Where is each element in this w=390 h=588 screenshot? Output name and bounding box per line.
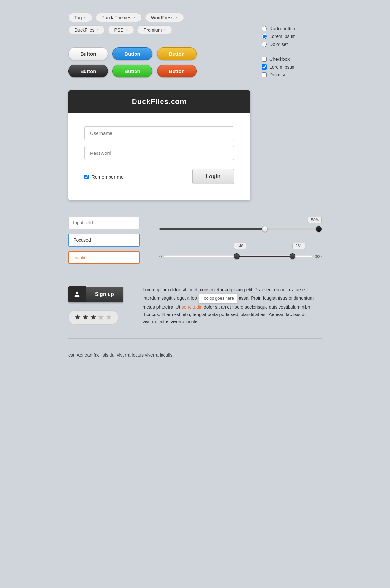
password-input[interactable] [84, 146, 234, 160]
checkbox-1[interactable] [262, 57, 267, 62]
checkbox-3[interactable] [262, 72, 267, 77]
tag-pandathemes[interactable]: PandaThemes × [96, 13, 142, 22]
star-4[interactable]: ★ [98, 313, 104, 322]
signup-text: Sign up [86, 287, 123, 302]
login-body: Remember me Login [68, 113, 250, 200]
checkbox-item-3[interactable]: Dolor set [262, 72, 296, 77]
radio-button-1[interactable] [262, 26, 267, 31]
tag-label: Premium [143, 27, 162, 33]
login-box: DuckFiles.com Remember me Login [68, 90, 250, 200]
signup-icon-part [68, 286, 86, 302]
user-icon [73, 291, 81, 298]
tag-wordpress[interactable]: WordPress × [145, 13, 184, 22]
slider-double-val2: 261 [292, 243, 305, 249]
tag-close-icon[interactable]: × [84, 15, 86, 20]
tooltip-box: Tooltip goes here [198, 293, 238, 303]
star-2[interactable]: ★ [82, 313, 89, 322]
login-title: DuckFiles.com [132, 98, 187, 106]
checkbox-item-2[interactable]: Lorem ipsum [262, 64, 296, 70]
login-button[interactable]: Login [192, 169, 234, 184]
button-blue[interactable]: Button [112, 47, 152, 60]
tag-label: DuckFiles [74, 27, 94, 33]
tag-label: PandaThemes [102, 15, 131, 20]
tag-close-icon[interactable]: × [176, 15, 178, 20]
sollicitudin-link[interactable]: sollicitudin [181, 304, 202, 310]
right-controls: Radio button Lorem ipsum Dolor set Check… [262, 26, 296, 80]
username-input[interactable] [84, 126, 234, 140]
tag-close-icon[interactable]: × [96, 28, 98, 32]
bottom-section: Sign up ★ ★ ★ ★ ★ Lorem ipsum dolor sit … [68, 286, 322, 325]
paragraph-main: Lorem ipsum dolor sit amet, consectetur … [143, 286, 322, 325]
input-fields-left [68, 217, 140, 264]
input-field-normal[interactable] [68, 217, 140, 229]
text-content: Lorem ipsum dolor sit amet, consectetur … [143, 286, 322, 325]
sliders-section: 58% 148 261 [159, 217, 322, 270]
slider-double-val1: 148 [234, 243, 246, 249]
checkbox-label-2: Lorem ipsum [269, 64, 296, 70]
slider-single-thumb[interactable] [262, 226, 268, 232]
radio-button-3[interactable] [262, 42, 267, 47]
checkbox-label-1: Checkbox [269, 57, 290, 62]
remember-me-text: Remember me [91, 174, 124, 180]
star-5[interactable]: ★ [106, 313, 112, 322]
tag-psd[interactable]: PSD × [108, 25, 134, 34]
stars-container[interactable]: ★ ★ ★ ★ ★ [68, 310, 118, 325]
slider-percent-label: 58% [308, 217, 322, 223]
bottom-paragraph: est. Aenean facilisis dui viverra lectus… [68, 352, 322, 359]
tag-close-icon[interactable]: × [133, 15, 136, 20]
checkbox-label-3: Dolor set [269, 72, 288, 77]
button-dark[interactable]: Button [68, 65, 108, 77]
slider-double-group: 148 261 0 300 [159, 243, 322, 260]
left-bottom: Sign up ★ ★ ★ ★ ★ [68, 286, 123, 325]
bottom-text: est. Aenean facilisis dui viverra lectus… [68, 352, 322, 359]
button-green[interactable]: Button [112, 65, 152, 77]
tag-duckfiles[interactable]: DuckFiles × [68, 25, 105, 34]
tag-label: WordPress [151, 15, 174, 20]
login-footer: Remember me Login [84, 169, 234, 184]
tag-close-icon[interactable]: × [163, 28, 166, 32]
radio-item-2[interactable]: Lorem ipsum [262, 34, 296, 39]
slider-max-label: 300 [315, 254, 322, 259]
tag-label: PSD [114, 27, 124, 33]
tags-row-1: Tag × PandaThemes × WordPress × [68, 13, 322, 22]
tag-label: Tag [74, 15, 82, 20]
login-section: DuckFiles.com Remember me Login [68, 90, 322, 200]
radio-label-3: Dolor set [269, 42, 288, 47]
input-field-invalid[interactable] [68, 251, 140, 264]
slider-double-thumb-left[interactable] [234, 253, 240, 259]
checkbox-item-1[interactable]: Checkbox [262, 57, 296, 62]
tag-tag[interactable]: Tag × [68, 13, 92, 22]
text-continue: ondimentum [289, 295, 314, 301]
button-yellow[interactable]: Button [157, 47, 197, 60]
tag-close-icon[interactable]: × [125, 28, 128, 32]
slider-double-thumb-right[interactable] [290, 253, 295, 259]
star-1[interactable]: ★ [74, 313, 81, 322]
slider-single-thumb-right[interactable] [316, 226, 322, 232]
radio-section: Radio button Lorem ipsum Dolor set [262, 26, 296, 47]
radio-item-3[interactable]: Dolor set [262, 42, 296, 47]
button-white[interactable]: Button [68, 47, 108, 60]
checkbox-section: Checkbox Lorem ipsum Dolor set [262, 57, 296, 77]
radio-button-2[interactable] [262, 34, 267, 39]
radio-item-1[interactable]: Radio button [262, 26, 296, 31]
login-header: DuckFiles.com [68, 90, 250, 113]
tag-premium[interactable]: Premium × [137, 25, 172, 34]
divider [68, 338, 322, 339]
svg-point-0 [76, 292, 78, 294]
remember-me-checkbox[interactable] [84, 175, 89, 179]
slider-min-label: 0 [159, 254, 162, 259]
checkbox-2[interactable] [262, 64, 267, 70]
slider-single-group: 58% [159, 217, 322, 233]
button-orange[interactable]: Button [157, 65, 197, 77]
signup-button[interactable]: Sign up [68, 286, 123, 302]
radio-label-1: Radio button [269, 26, 295, 31]
input-fields-section: 58% 148 261 [68, 217, 322, 270]
slider-percent-top: 58% [159, 217, 322, 223]
radio-label-2: Lorem ipsum [269, 34, 296, 39]
remember-me-label[interactable]: Remember me [84, 174, 124, 180]
input-field-focused[interactable] [68, 234, 140, 247]
star-3[interactable]: ★ [90, 313, 97, 322]
